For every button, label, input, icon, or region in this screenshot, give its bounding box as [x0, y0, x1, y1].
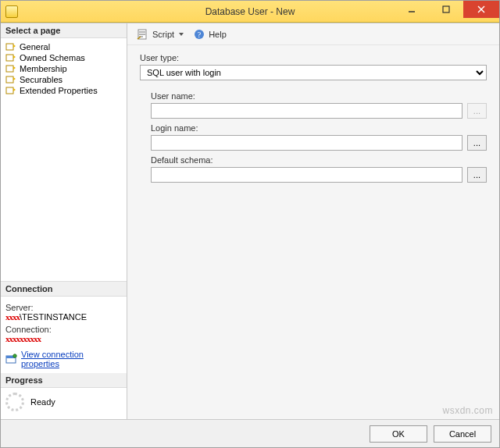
- page-item-owned-schemas[interactable]: Owned Schemas: [4, 52, 123, 63]
- dialog-window: Database User - New Select a page: [0, 0, 500, 448]
- page-icon: [5, 75, 16, 84]
- page-item-general[interactable]: General: [4, 41, 123, 52]
- page-item-label: General: [20, 42, 50, 52]
- server-value: xxxx\TESTINSTANCE: [5, 312, 122, 322]
- connection-label: Connection:: [5, 325, 122, 334]
- cancel-button[interactable]: Cancel: [434, 425, 491, 443]
- user-name-browse-button: ...: [467, 103, 487, 119]
- ok-button[interactable]: OK: [370, 425, 427, 443]
- dialog-body: Select a page General Owned Schemas: [1, 23, 499, 419]
- minimize-button[interactable]: [395, 1, 429, 18]
- login-name-label: Login name:: [151, 123, 487, 133]
- page-icon: [5, 53, 16, 62]
- dialog-footer: OK Cancel: [1, 419, 499, 447]
- connection-value: xxxxxxxxxx: [5, 334, 122, 343]
- svg-rect-1: [443, 6, 449, 12]
- help-label: Help: [209, 30, 227, 39]
- login-name-input[interactable]: [151, 135, 462, 151]
- login-name-browse-button[interactable]: ...: [467, 135, 487, 151]
- script-icon: [137, 28, 149, 41]
- svg-rect-5: [6, 55, 13, 61]
- help-button[interactable]: ? Help: [190, 27, 230, 42]
- left-pane: Select a page General Owned Schemas: [1, 23, 127, 419]
- page-item-extended-properties[interactable]: Extended Properties: [4, 85, 123, 96]
- connection-section: Connection Server: xxxx\TESTINSTANCE Con…: [1, 281, 127, 419]
- close-button[interactable]: [463, 1, 499, 18]
- help-icon: ?: [193, 28, 205, 41]
- dropdown-caret-icon: [179, 33, 184, 36]
- page-icon: [5, 42, 16, 52]
- maximize-button[interactable]: [429, 1, 463, 18]
- window-buttons: [395, 1, 499, 18]
- page-item-label: Securables: [20, 75, 62, 84]
- user-name-input[interactable]: [151, 103, 462, 119]
- progress-header: Progress: [1, 373, 127, 388]
- script-button[interactable]: Script: [134, 27, 187, 42]
- svg-point-11: [13, 354, 16, 357]
- default-schema-browse-button[interactable]: ...: [467, 167, 487, 183]
- svg-rect-8: [6, 87, 13, 94]
- progress-status: Ready: [30, 397, 55, 407]
- page-item-membership[interactable]: Membership: [4, 63, 123, 74]
- connection-body: Server: xxxx\TESTINSTANCE Connection: xx…: [1, 297, 127, 373]
- user-fields-group: User name: ... Login name: ... Default s…: [151, 91, 487, 183]
- server-value-redacted: xxxx: [5, 312, 20, 322]
- title-bar: Database User - New: [1, 1, 499, 23]
- page-item-label: Membership: [20, 64, 67, 73]
- server-value-suffix: \TESTINSTANCE: [20, 312, 87, 322]
- form-area: User type: SQL user with login User name…: [127, 45, 499, 419]
- right-pane: Script ? Help User type: SQL user with l…: [127, 23, 499, 419]
- svg-rect-4: [6, 44, 13, 50]
- view-connection-properties[interactable]: View connection properties: [5, 350, 122, 368]
- connection-header: Connection: [1, 282, 127, 297]
- toolbar: Script ? Help: [127, 23, 499, 45]
- page-list: General Owned Schemas Membership: [1, 38, 127, 99]
- properties-icon: [5, 354, 18, 364]
- svg-text:?: ?: [198, 30, 202, 39]
- default-schema-label: Default schema:: [151, 155, 487, 165]
- page-icon: [5, 64, 16, 73]
- user-name-label: User name:: [151, 91, 487, 101]
- svg-rect-7: [6, 76, 13, 83]
- server-label: Server:: [5, 303, 122, 312]
- progress-body: Ready: [1, 388, 127, 419]
- user-type-select[interactable]: SQL user with login: [140, 65, 487, 80]
- page-icon: [5, 86, 16, 95]
- user-type-label: User type:: [140, 53, 487, 62]
- default-schema-input[interactable]: [151, 167, 462, 183]
- svg-rect-6: [6, 66, 13, 72]
- page-item-label: Owned Schemas: [20, 53, 85, 62]
- page-item-label: Extended Properties: [20, 86, 98, 95]
- progress-spinner-icon: [5, 393, 24, 411]
- select-page-header: Select a page: [1, 23, 127, 38]
- app-icon: [5, 5, 18, 18]
- page-item-securables[interactable]: Securables: [4, 74, 123, 85]
- script-label: Script: [152, 30, 174, 39]
- view-connection-properties-link[interactable]: View connection properties: [21, 350, 122, 368]
